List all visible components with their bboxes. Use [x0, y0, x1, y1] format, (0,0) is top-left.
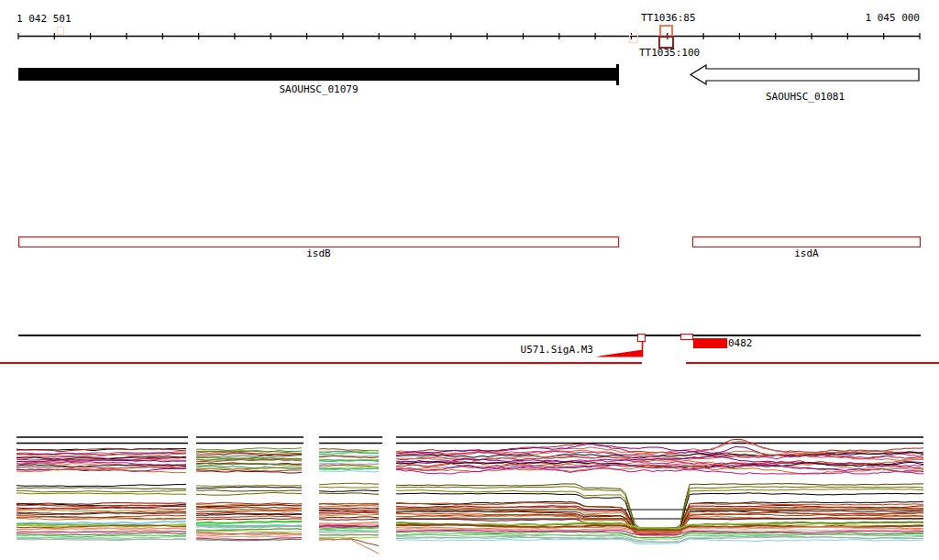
coverage-series-line	[319, 512, 379, 514]
coverage-series-line	[396, 539, 923, 544]
coverage-series-line	[17, 528, 186, 530]
coverage-series-line	[196, 448, 302, 451]
coverage-series-line	[319, 517, 379, 518]
coverage-series-line	[196, 502, 302, 504]
coverage-series-line	[196, 519, 302, 520]
coverage-series-line	[17, 522, 186, 524]
coverage-series-line	[196, 485, 302, 486]
coverage-series-line	[17, 503, 186, 505]
coverage-series-line	[196, 509, 302, 511]
coverage-series-line	[396, 444, 923, 456]
coverage-series-line	[319, 493, 379, 494]
coverage-series-line	[319, 519, 379, 520]
coverage-series-line	[319, 537, 379, 538]
coverage-series-line	[17, 510, 186, 511]
coverage-series-line	[17, 490, 186, 492]
coverage-series-line	[196, 456, 302, 457]
coverage-series-line	[17, 493, 186, 495]
coverage-series-line	[319, 490, 379, 492]
coverage-series-line	[319, 483, 379, 485]
coverage-series-line	[319, 533, 379, 534]
coverage-series-line	[196, 490, 302, 491]
coverage-series-line	[17, 467, 186, 468]
coverage-series-line	[319, 534, 379, 535]
coverage-plot[interactable]	[0, 0, 939, 560]
coverage-series-line	[196, 522, 302, 523]
coverage-series-line	[319, 508, 379, 509]
coverage-series-line	[319, 514, 379, 516]
coverage-series-line	[319, 522, 379, 524]
coverage-series-line	[319, 487, 379, 488]
coverage-series-line	[196, 492, 302, 495]
coverage-series-line	[17, 488, 186, 489]
genome-browser-view: 1 042 501 TT1036:85 1 045 000 TT1035:100…	[0, 0, 939, 560]
coverage-series-line	[196, 487, 302, 489]
coverage-series-line	[396, 484, 923, 529]
coverage-series-line	[196, 534, 302, 535]
coverage-series-line	[196, 513, 302, 514]
coverage-series-line	[319, 449, 379, 451]
coverage-series-line	[319, 471, 379, 472]
coverage-series-line	[319, 540, 379, 555]
coverage-series-line	[196, 471, 302, 473]
coverage-series-line	[17, 536, 186, 538]
coverage-series-line	[196, 514, 302, 516]
coverage-series-line	[17, 484, 186, 486]
coverage-series-line	[17, 535, 186, 537]
coverage-series-line	[196, 516, 302, 518]
coverage-series-line	[319, 530, 379, 531]
